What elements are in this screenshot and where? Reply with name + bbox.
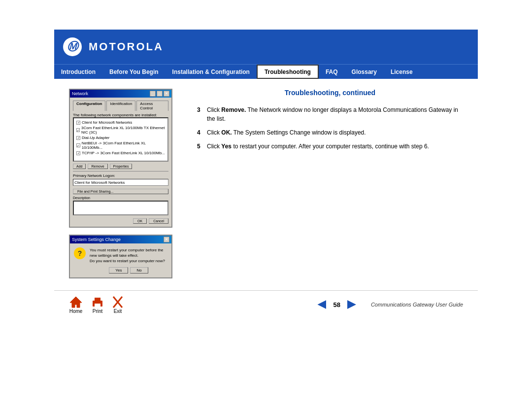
step-3-text: Click Remove. The Network window no long…	[207, 105, 463, 123]
checkbox-client-ms: ✓	[76, 121, 80, 125]
steps-list: 3 Click Remove. The Network window no lo…	[197, 105, 463, 151]
ok-cancel-buttons: OK Cancel	[73, 218, 168, 224]
step-5-text: Click Yes to restart your computer. Afte…	[207, 142, 463, 151]
step-4: 4 Click OK. The System Settings Change w…	[197, 128, 463, 137]
network-window-title: Network	[72, 91, 88, 96]
step-5-num: 5	[197, 142, 204, 151]
step-4-num: 4	[197, 128, 204, 137]
network-window-tabs: Configuration Identification Access Cont…	[73, 101, 168, 111]
home-button[interactable]: Home	[69, 296, 83, 314]
dialog-message-line1: You must restart your computer before th…	[90, 247, 167, 258]
tab-access-control: Access Control	[136, 101, 168, 111]
exit-button[interactable]: Exit	[112, 296, 123, 314]
exit-label: Exit	[114, 308, 122, 314]
home-label: Home	[69, 308, 83, 314]
nav-faq[interactable]: FAQ	[319, 65, 345, 79]
network-window-title-bar: Network _ □ ✕	[70, 90, 171, 98]
dialog-yes-no-buttons: Yes No	[90, 267, 167, 274]
nav-license[interactable]: License	[384, 65, 420, 79]
print-button[interactable]: Print	[91, 296, 104, 314]
primary-login-label: Primary Network Logon:	[73, 173, 168, 178]
print-icon	[91, 296, 104, 308]
yes-button[interactable]: Yes	[109, 267, 128, 274]
content-area: Network _ □ ✕ Configuration Identificati…	[54, 79, 478, 288]
checkbox-dialup: ✓	[76, 136, 80, 140]
svg-rect-2	[95, 298, 100, 302]
cancel-button[interactable]: Cancel	[149, 218, 168, 224]
footer-page-nav: 58	[317, 300, 356, 309]
dialog-close-btn: ✕	[164, 237, 169, 242]
nav-introduction[interactable]: Introduction	[54, 65, 102, 79]
svg-marker-0	[70, 297, 82, 308]
checkbox-3com: ✓	[76, 128, 80, 132]
restore-btn: □	[157, 91, 163, 97]
page-title: Troubleshooting, continued	[197, 89, 463, 97]
primary-login-value: Client for Microsoft Networks	[73, 179, 168, 186]
next-page-button[interactable]	[347, 300, 356, 309]
close-btn: ✕	[164, 91, 169, 97]
add-button[interactable]: Add	[73, 164, 86, 169]
home-icon	[69, 296, 83, 308]
list-3com: ✓ 3Com Fast EtherLink XL 10/100Mb TX Eth…	[75, 125, 166, 135]
dialog-message-line2: Do you want to restart your computer now…	[90, 258, 167, 264]
dialog-body: ? You must restart your computer before …	[70, 243, 171, 277]
exit-icon	[112, 296, 123, 308]
system-settings-dialog: System Settings Change ✕ ? You must rest…	[69, 235, 172, 278]
minimize-btn: _	[150, 91, 156, 97]
network-window-buttons: _ □ ✕	[150, 91, 169, 97]
tab-identification: Identification	[106, 101, 135, 111]
logo-circle: Ⓜ	[63, 37, 82, 56]
motorola-m-symbol: Ⓜ	[67, 39, 78, 54]
file-share-button[interactable]: File and Print Sharing...	[73, 189, 168, 194]
print-label: Print	[93, 308, 103, 314]
network-action-buttons: Add Remove Properties	[73, 164, 168, 169]
components-label: The following network components are ins…	[73, 113, 168, 117]
step-3-num: 3	[197, 105, 204, 123]
network-window-screenshot: Network _ □ ✕ Configuration Identificati…	[69, 89, 172, 228]
page-number: 58	[333, 301, 340, 308]
network-window-body: Configuration Identification Access Cont…	[70, 98, 171, 227]
brand-name: MOTOROLA	[89, 40, 164, 53]
left-panel: Network _ □ ✕ Configuration Identificati…	[69, 89, 187, 278]
properties-button[interactable]: Properties	[110, 164, 133, 169]
footer-nav-icons: Home Print Exit	[69, 296, 123, 314]
prev-page-button[interactable]	[317, 300, 326, 309]
list-netbeui: ✓ NetBEUI -> 3Com Fast EtherLink XL 10/1…	[75, 140, 166, 150]
list-client-ms: ✓ Client for Microsoft Networks	[75, 120, 166, 125]
list-dialup: ✓ Dial-Up Adapter	[75, 135, 166, 140]
dialog-buttons: ✕	[164, 237, 169, 242]
components-list: ✓ Client for Microsoft Networks ✓ 3Com F…	[73, 117, 168, 162]
nav-installation[interactable]: Installation & Configuration	[166, 65, 257, 79]
footer: Home Print Exit	[54, 290, 478, 319]
description-box	[73, 201, 168, 215]
list-tcpip: ✓ TCP/IP -> 3Com Fast EtherLink XL 10/10…	[75, 150, 166, 156]
ok-button[interactable]: OK	[133, 218, 147, 224]
svg-rect-3	[95, 304, 100, 307]
step-5: 5 Click Yes to restart your computer. Af…	[197, 142, 463, 151]
dialog-warning-icon: ?	[74, 247, 86, 259]
description-label: Description	[73, 196, 168, 200]
header: Ⓜ MOTOROLA	[54, 30, 478, 64]
checkbox-tcpip: ✓	[76, 151, 80, 155]
tab-configuration: Configuration	[73, 101, 105, 111]
step-3: 3 Click Remove. The Network window no lo…	[197, 105, 463, 123]
nav-troubleshooting[interactable]: Troubleshooting	[257, 65, 319, 79]
dialog-title-text: System Settings Change	[72, 237, 121, 242]
divider	[73, 171, 168, 171]
dialog-title-bar: System Settings Change ✕	[70, 236, 171, 243]
checkbox-netbeui: ✓	[76, 143, 80, 147]
right-panel: Troubleshooting, continued 3 Click Remov…	[197, 89, 463, 278]
no-button[interactable]: No	[130, 267, 148, 274]
step-4-text: Click OK. The System Settings Change win…	[207, 128, 463, 137]
nav-before-you-begin[interactable]: Before You Begin	[102, 65, 166, 79]
guide-text: Communications Gateway User Guide	[371, 302, 463, 308]
nav-glossary[interactable]: Glossary	[345, 65, 384, 79]
remove-button[interactable]: Remove	[88, 164, 107, 169]
nav-bar: Introduction Before You Begin Installati…	[54, 64, 478, 79]
